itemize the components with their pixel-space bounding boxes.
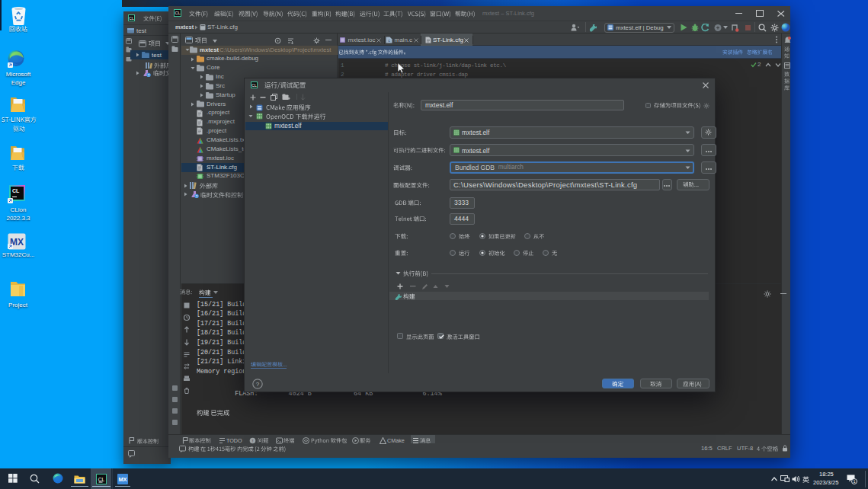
svg-text:CL: CL xyxy=(98,476,105,481)
svg-text:1: 1 xyxy=(853,479,855,484)
svg-text:CL: CL xyxy=(251,82,257,87)
svg-text:CL: CL xyxy=(175,11,180,15)
svg-text:CL: CL xyxy=(129,16,134,21)
svg-text:?: ? xyxy=(256,381,260,388)
svg-text:c: c xyxy=(388,38,390,43)
svg-text:MX: MX xyxy=(118,476,127,483)
